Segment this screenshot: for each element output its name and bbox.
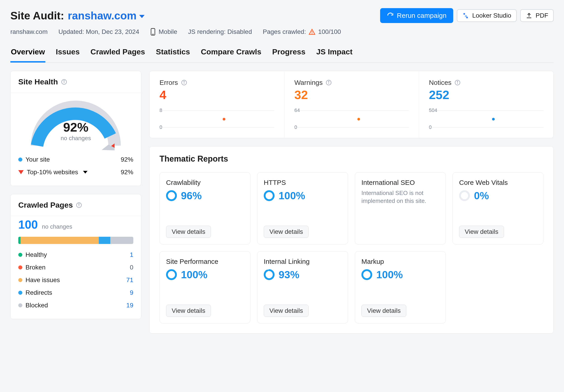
thematic-card-title: Internal Linking <box>264 258 342 266</box>
thematic-card-title: Markup <box>361 258 439 266</box>
crawled-row-have-issues[interactable]: Have issues71 <box>18 274 133 286</box>
thematic-card-title: Site Performance <box>166 258 244 266</box>
tab-crawled-pages[interactable]: Crawled Pages <box>90 47 146 63</box>
tabs: OverviewIssuesCrawled PagesStatisticsCom… <box>10 47 554 63</box>
tab-overview[interactable]: Overview <box>10 47 45 63</box>
domain-name: ranshaw.com <box>68 10 137 22</box>
dot-icon <box>18 291 22 295</box>
triangle-down-icon <box>18 170 24 174</box>
view-details-button[interactable]: View details <box>361 305 406 317</box>
mobile-icon <box>150 28 156 36</box>
upload-icon <box>526 12 532 19</box>
dot-icon <box>18 303 22 307</box>
crawled-pages-title: Crawled Pages <box>18 201 73 210</box>
info-icon[interactable] <box>454 80 460 85</box>
thematic-card-value: 100% <box>279 190 305 202</box>
errors-spark: 8 0 <box>160 105 274 130</box>
thematic-reports-card: Thematic Reports Crawlability96%View det… <box>149 146 554 334</box>
svg-point-16 <box>184 81 184 82</box>
crawled-row-blocked[interactable]: Blocked19 <box>18 299 133 312</box>
tab-compare-crawls[interactable]: Compare Crawls <box>200 47 262 63</box>
crawled-pages-sub: no changes <box>42 223 72 230</box>
thematic-title: Thematic Reports <box>160 154 543 164</box>
thematic-card-internal-linking: Internal Linking93%View details <box>257 251 348 323</box>
view-details-button[interactable]: View details <box>264 226 309 238</box>
rerun-campaign-button[interactable]: Rerun campaign <box>380 8 453 23</box>
looker-studio-button[interactable]: Looker Studio <box>457 9 517 22</box>
meta-updated: Updated: Mon, Dec 23, 2024 <box>58 28 139 35</box>
errors-value: 4 <box>160 88 274 102</box>
tab-progress[interactable]: Progress <box>272 47 306 63</box>
thematic-card-title: Crawlability <box>166 179 244 186</box>
chevron-down-icon <box>83 171 87 174</box>
info-icon[interactable] <box>181 80 187 85</box>
svg-point-6 <box>312 33 313 34</box>
site-health-sub: no changes <box>28 135 123 142</box>
view-details-button[interactable]: View details <box>166 226 211 238</box>
svg-point-27 <box>460 191 469 200</box>
thematic-card-note: International SEO is not implemented on … <box>361 189 439 205</box>
legend-top10: Top-10% websites <box>27 168 78 176</box>
site-health-title: Site Health <box>18 77 58 86</box>
chevron-down-icon <box>139 15 145 18</box>
crawled-row-redirects[interactable]: Redirects9 <box>18 286 133 299</box>
site-health-card: Site Health 92% no changes <box>10 71 141 186</box>
errors-label: Errors <box>160 79 178 86</box>
meta-bar: ranshaw.com Updated: Mon, Dec 23, 2024 M… <box>10 28 554 36</box>
dot-icon <box>18 157 22 162</box>
thematic-card-value: 100% <box>376 268 403 281</box>
thematic-card-value: 96% <box>181 190 202 202</box>
pdf-button[interactable]: PDF <box>520 9 554 22</box>
crawled-row-broken: Broken0 <box>18 261 133 274</box>
info-icon[interactable] <box>76 202 82 208</box>
warnings-spark: 64 0 <box>294 105 409 130</box>
svg-point-19 <box>329 81 329 82</box>
info-icon[interactable] <box>326 80 332 85</box>
svg-point-22 <box>457 81 458 82</box>
site-health-percent: 92% <box>28 120 123 135</box>
crawled-row-healthy[interactable]: Healthy1 <box>18 249 133 261</box>
crawled-pages-card: Crawled Pages 100 no changes Healthy1Bro… <box>10 194 141 319</box>
bar-segment-healthy <box>18 237 21 244</box>
view-details-button[interactable]: View details <box>166 305 211 317</box>
dot-icon <box>18 266 22 269</box>
crawled-pages-bar <box>18 237 133 244</box>
tab-statistics[interactable]: Statistics <box>155 47 190 63</box>
thematic-card-international-seo: International SEOInternational SEO is no… <box>355 172 446 244</box>
page-title: Site Audit: <box>10 10 64 22</box>
errors-stat[interactable]: Errors 4 8 0 <box>150 71 284 138</box>
svg-point-0 <box>463 13 465 15</box>
svg-point-26 <box>265 191 274 200</box>
tab-issues[interactable]: Issues <box>55 47 80 63</box>
warnings-stat[interactable]: Warnings 32 64 0 <box>284 71 419 138</box>
thematic-card-title: HTTPS <box>264 179 342 186</box>
top10-dropdown[interactable]: Top-10% websites 92% <box>18 166 133 179</box>
meta-device: Mobile <box>150 28 177 36</box>
meta-pages-crawled: Pages crawled: 100/100 <box>263 28 341 35</box>
site-health-gauge: 92% no changes <box>28 99 123 149</box>
thematic-card-title: Core Web Vitals <box>459 179 537 186</box>
dot-icon <box>18 278 22 282</box>
meta-js: JS rendering: Disabled <box>188 28 252 35</box>
bar-segment-have-issues <box>21 237 99 244</box>
dot-icon <box>18 253 22 257</box>
thematic-card-site-performance: Site Performance100%View details <box>160 251 250 323</box>
thematic-card-https: HTTPS100%View details <box>257 172 348 244</box>
notices-label: Notices <box>429 79 452 86</box>
svg-point-13 <box>79 204 79 204</box>
notices-stat[interactable]: Notices 252 504 0 <box>419 71 553 138</box>
warnings-label: Warnings <box>294 79 323 86</box>
svg-point-30 <box>167 270 176 279</box>
thematic-card-value: 100% <box>181 268 207 281</box>
crawled-pages-total[interactable]: 100 <box>18 218 38 231</box>
view-details-button[interactable]: View details <box>264 305 309 317</box>
refresh-icon <box>387 12 394 19</box>
thematic-card-value: 0% <box>474 190 489 202</box>
tab-js-impact[interactable]: JS Impact <box>316 47 353 63</box>
bar-segment-redirects <box>99 237 110 244</box>
domain-dropdown[interactable]: ranshaw.com <box>68 10 145 22</box>
svg-point-9 <box>64 80 64 81</box>
info-icon[interactable] <box>61 79 67 85</box>
thematic-card-title: International SEO <box>361 179 439 186</box>
view-details-button[interactable]: View details <box>459 226 504 238</box>
